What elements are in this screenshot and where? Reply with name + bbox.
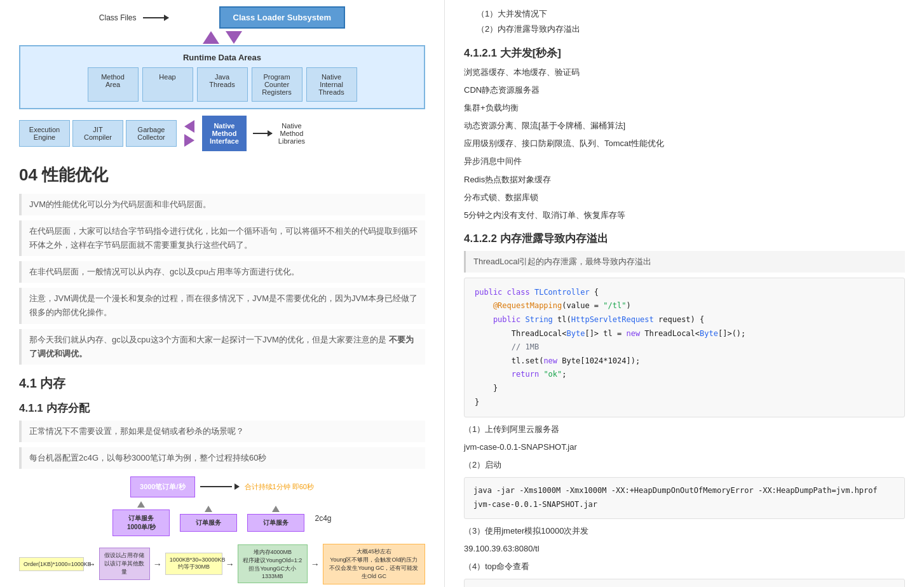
runtime-box-native-threads: NativeInternalThreads [306, 67, 357, 102]
step3-url: 39.100.39.63:8080/tl [464, 542, 905, 556]
service-box-1: 订单服务1000单/秒 [112, 509, 170, 536]
order-rate-box: 3000笔订单/秒 [130, 476, 195, 497]
section-4121-items: 浏览器缓存、本地缓存、验证码CDN静态资源服务器集群+负载均衡动态资源分离、限流… [464, 65, 905, 222]
runtime-data-areas: Runtime Data Areas MethodArea Heap JavaT… [19, 45, 425, 109]
jit-compiler: JITCompiler [72, 120, 123, 147]
execution-boxes: ExecutionEngine JITCompiler GarbageColle… [19, 120, 177, 147]
runtime-box-heap: Heap [142, 67, 193, 102]
native-method-interface: NativeMethodInterface [202, 116, 247, 151]
section-4121: 4.1.2.1 大并发[秒杀] 浏览器缓存、本地缓存、验证码CDN静态资源服务器… [464, 46, 905, 222]
flow-node-5: 大概45秒左右Young区不够用，会触发Old的压力不仅会发生Young GC，… [323, 544, 425, 584]
section-41: 4.1 内存 4.1.1 内存分配 正常情况下不需要设置，那如果是促销或者秒杀的… [19, 375, 425, 587]
service-box-2: 订单服务 [180, 514, 237, 532]
section-4122: 4.1.2.2 内存泄露导致内存溢出 ThreadLocal引起的内存泄露，最终… [464, 231, 905, 417]
flow-node-4: 堆内存4000MB程序建议YoungOld=1:2担当YoungGC大小1333… [238, 544, 308, 583]
step4-label: （4）top命令查看 [464, 560, 905, 574]
right-panel: （1）大并发情况下 （2）内存泄露导致内存溢出 4.1.2.1 大并发[秒杀] … [445, 0, 924, 587]
section-4122-title: 4.1.2.2 内存泄露导致内存溢出 [464, 231, 905, 246]
section-4121-title: 4.1.2.1 大并发[秒杀] [464, 46, 905, 60]
para-2: 在代码层面，大家可以结合字节码指令进行优化，比如一个循环语句，可以将循环不相关的… [19, 220, 425, 256]
section-4121-item: 分布式锁、数据库锁 [464, 191, 905, 205]
section-4121-item: 应用级别缓存、接口防刷限流、队列、Tomcat性能优化 [464, 137, 905, 151]
section-4121-item: 动态资源分离、限流[基于令牌桶、漏桶算法] [464, 119, 905, 133]
para-4: 注意，JVM调优是一个漫长和复杂的过程，而在很多情况下，JVM是不需要优化的，因… [19, 288, 425, 323]
para-3: 在非代码层面，一般情况可以从内存、gc以及cpu占用率等方面进行优化。 [19, 261, 425, 283]
section-411-para1: 正常情况下不需要设置，那如果是促销或者秒杀的场景呢？ [19, 421, 425, 442]
flow-node-2: 假设以占用存储以该订单其他数量 [99, 548, 150, 580]
para-5: 那今天我们就从内存、gc以及cpu这3个方面和大家一起探讨一下JVM的优化，但是… [19, 329, 425, 365]
runtime-box-method-area: MethodArea [88, 67, 139, 102]
step3-section: （3）使用jmeter模拟10000次并发 39.100.39.63:8080/… [464, 524, 905, 556]
merge-label: 合计持续1分钟 即60秒 [245, 482, 314, 492]
section-4121-item: CDN静态资源服务器 [464, 83, 905, 97]
section-4121-item: 5分钟之内没有支付、取消订单、恢复库存等 [464, 208, 905, 222]
flow-diagram: 3000笔订单/秒 合计持续1分钟 即60秒 订单服务1000单/秒 订单服务 [19, 476, 425, 536]
garbage-collector: GarbageCollector [126, 120, 177, 147]
section-04-title: 04 性能优化 [19, 164, 425, 186]
spec-label: 2c4g [315, 514, 331, 523]
section-4121-item: Redis热点数据对象缓存 [464, 173, 905, 187]
step2-cmd: java -jar -Xms1000M -Xmx1000M -XX:+HeapD… [464, 477, 905, 518]
runtime-box-java-threads: JavaThreads [197, 67, 248, 102]
section-4122-note: ThreadLocal引起的内存泄露，最终导致内存溢出 [464, 251, 905, 273]
toc-item-1: （1）大并发情况下 [464, 6, 905, 22]
toc-item-2: （2）内存泄露导致内存溢出 [464, 22, 905, 37]
section-411-title: 4.1.1 内存分配 [19, 401, 425, 415]
jvm-diagram: Class Files Class Loader Subsystem Runti… [19, 6, 425, 151]
class-files-label: Class Files [99, 13, 137, 22]
step4-section: （4）top命令查看 top top -HD PID [464, 560, 905, 587]
runtime-boxes: MethodArea Heap JavaThreads ProgramCount… [27, 67, 418, 102]
section-4121-item: 浏览器缓存、本地缓存、验证码 [464, 65, 905, 79]
class-loader-subsystem: Class Loader Subsystem [219, 6, 346, 29]
toc-section: （1）大并发情况下 （2）内存泄露导致内存溢出 [464, 6, 905, 37]
native-method-libraries: NativeMethodLibraries [278, 122, 305, 145]
step1-label: （1）上传到阿里云服务器 [464, 422, 905, 436]
para-1: JVM的性能优化可以分为代码层面和非代码层面。 [19, 194, 425, 215]
section-41-title: 4.1 内存 [19, 375, 425, 392]
section-4121-item: 集群+负载均衡 [464, 101, 905, 115]
bottom-flow: Order(1KB)*1000=1000KB → 假设以占用存储以该订单其他数量… [19, 544, 425, 584]
section-4121-item: 异步消息中间件 [464, 154, 905, 168]
runtime-label: Runtime Data Areas [27, 53, 418, 62]
step1-section: （1）上传到阿里云服务器 jvm-case-0.0.1-SNAPSHOT.jar [464, 422, 905, 454]
step3-label: （3）使用jmeter模拟10000次并发 [464, 524, 905, 538]
flow-node-3: 1000KB*30=30000KB约等于30MB [165, 553, 222, 575]
flow-node-1: Order(1KB)*1000=1000KB [19, 557, 84, 571]
left-panel: Class Files Class Loader Subsystem Runti… [0, 0, 445, 587]
service-box-3: 订单服务 [247, 514, 304, 532]
section-04: 04 性能优化 JVM的性能优化可以分为代码层面和非代码层面。 在代码层面，大家… [19, 164, 425, 365]
runtime-box-program-counter: ProgramCounterRegisters [252, 67, 302, 102]
step2-label: （2）启动 [464, 458, 905, 472]
step1-filename: jvm-case-0.0.1-SNAPSHOT.jar [464, 440, 905, 454]
step2-section: （2）启动 java -jar -Xms1000M -Xmx1000M -XX:… [464, 458, 905, 518]
step4-cmd: top top -HD PID [464, 579, 905, 587]
execution-engine: ExecutionEngine [19, 120, 70, 147]
code-block: public class TLController { @RequestMapp… [464, 278, 905, 417]
section-411-para2: 每台机器配置2c4G，以每秒3000笔订单为例，整个过程持续60秒 [19, 447, 425, 469]
